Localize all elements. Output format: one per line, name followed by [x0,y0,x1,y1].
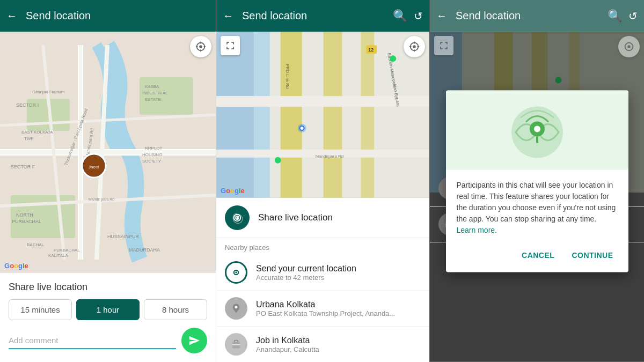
expand-map-btn[interactable] [221,36,240,55]
comment-row [9,328,207,353]
dialog-text: Participants in this chat will see your … [457,179,618,235]
dialog-learn-more-link[interactable]: Learn more. [457,225,497,234]
right-search-icon[interactable]: 🔍 [608,9,622,23]
time-options: 15 minutes 1 hour 8 hours [9,299,207,320]
svg-rect-47 [361,32,374,197]
share-live-row[interactable]: Share live location [216,198,429,238]
job-name: Job in Kolkata [256,336,319,345]
dialog-actions: CANCEL CONTINUE [446,240,628,272]
urbana-text: Urbana Kolkata PO East Kolkata Township … [256,300,395,317]
svg-point-59 [390,55,396,62]
svg-text:Mandirpara Rd: Mandirpara Rd [316,154,344,159]
svg-rect-45 [281,32,302,197]
svg-text:ESTATE: ESTATE [145,97,161,102]
svg-text:MADURDAHA: MADURDAHA [129,247,160,253]
job-text: Job in Kolkata Anandapur, Calcutta [256,336,319,353]
mid-refresh-icon[interactable]: ↺ [414,10,423,23]
svg-text:KASBA: KASBA [145,84,159,89]
target-location-btn-left[interactable] [190,36,211,57]
svg-point-58 [275,157,281,164]
mid-header: ← Send location 🔍 ↺ [216,0,429,32]
dialog-continue-btn[interactable]: CONTINUE [565,246,619,263]
time-btn-1hour[interactable]: 1 hour [76,299,140,320]
svg-text:SOCIETY: SOCIETY [142,159,162,164]
location-row-current[interactable]: Send your current location Accurate to 4… [216,255,429,291]
right-back-icon[interactable]: ← [436,10,447,22]
left-back-icon[interactable]: ← [6,10,17,22]
nearby-label: Nearby places [216,238,429,255]
google-logo-mid: Google [221,187,245,195]
svg-rect-43 [216,32,259,197]
svg-point-70 [235,271,237,273]
svg-point-83 [627,45,631,48]
svg-text:NORTH: NORTH [16,212,33,218]
share-live-text: Share live location [258,212,333,223]
svg-text:RRPLOT: RRPLOT [145,146,163,151]
right-header-title: Send location [456,10,601,22]
svg-text:HOUSING: HOUSING [142,152,162,157]
svg-text:PURBACHAL: PURBACHAL [12,219,41,224]
svg-text:BACHAL: BACHAL [27,242,45,247]
share-live-title: Share live location [9,282,207,293]
svg-text:Jheel: Jheel [89,165,99,169]
google-logo-left: Google [4,262,28,270]
left-bottom-sheet: Share live location 15 minutes 1 hour 8 … [0,273,216,362]
comment-input[interactable] [9,333,176,349]
current-location-sub: Accurate to 42 meters [256,274,356,282]
svg-rect-2 [140,77,193,115]
mid-map-area: PRD Link Rd Eastern Metropolitan Bypass … [216,32,429,198]
left-header-title: Send location [26,10,209,22]
current-location-name: Send your current location [256,264,356,274]
svg-point-57 [301,127,304,130]
time-btn-8hours[interactable]: 8 hours [144,299,207,320]
urbana-location-icon [225,297,247,320]
mid-search-icon[interactable]: 🔍 [393,9,407,23]
time-btn-15min[interactable]: 15 minutes [9,299,72,320]
mid-header-title: Send location [242,10,386,22]
svg-text:TWP: TWP [24,136,34,141]
svg-text:KALITALA: KALITALA [48,253,68,258]
location-row-job[interactable]: Job in Kolkata Anandapur, Calcutta [216,327,429,362]
right-header: ← Send location 🔍 ↺ [430,0,644,32]
svg-point-61 [413,45,416,48]
location-row-urbana[interactable]: Urbana Kolkata PO East Kolkata Township … [216,291,429,327]
svg-rect-46 [323,32,342,197]
current-location-text: Send your current location Accurate to 4… [256,264,356,282]
svg-text:HUSSAINPUR: HUSSAINPUR [107,234,140,239]
panel-mid: ← Send location 🔍 ↺ PRD Link Rd Eastern … [216,0,429,362]
svg-rect-72 [232,342,240,349]
svg-text:SECTOR F: SECTOR F [11,164,35,169]
live-location-dialog: Participants in this chat will see your … [446,90,628,272]
svg-point-37 [199,45,202,48]
dialog-illustration [446,90,628,169]
current-location-icon [225,261,247,284]
svg-text:Gitanjali Stadium: Gitanjali Stadium [32,90,65,94]
svg-text:SECTOR I: SECTOR I [16,102,39,108]
svg-rect-44 [254,32,270,197]
svg-text:PURBACHAL: PURBACHAL [54,248,80,253]
send-button[interactable] [181,328,207,353]
dialog-body: Participants in this chat will see your … [446,169,628,240]
share-live-icon [225,205,250,230]
mid-back-icon[interactable]: ← [223,10,233,22]
urbana-sub: PO East Kolkata Township Project, Ananda… [256,309,395,317]
target-location-btn-mid[interactable] [404,36,425,57]
expand-map-btn-right [434,36,453,55]
panel-left: ← Send location SECTOR I Gitanjali S [0,0,216,362]
dialog-cancel-btn[interactable]: CANCEL [515,246,561,263]
left-map-area: SECTOR I Gitanjali Stadium KASBA INDUSTR… [0,32,216,273]
job-sub: Anandapur, Calcutta [256,345,319,353]
svg-point-71 [235,306,238,308]
job-location-icon [225,333,247,356]
left-header: ← Send location [0,0,216,32]
mid-list-area: Share live location Nearby places Send y… [216,198,429,362]
target-btn-right [618,36,640,57]
right-refresh-icon[interactable]: ↺ [628,10,638,23]
svg-text:INDUSTRIAL: INDUSTRIAL [142,91,168,95]
svg-point-68 [236,217,238,218]
svg-text:EAST KOLKATA: EAST KOLKATA [21,130,53,135]
panel-right: ← Send location 🔍 ↺ [429,0,644,362]
urbana-name: Urbana Kolkata [256,300,395,309]
svg-text:12: 12 [368,47,374,53]
svg-text:PRD Link Rd: PRD Link Rd [285,64,290,88]
